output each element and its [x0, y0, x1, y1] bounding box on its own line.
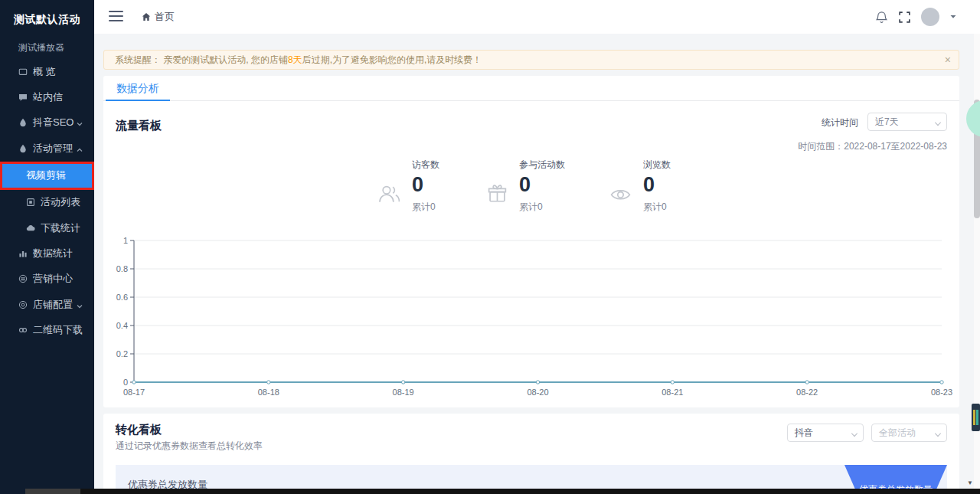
sidebar-item-label: 二维码下载	[33, 323, 83, 337]
svg-text:0.8: 0.8	[116, 264, 128, 273]
user-menu-caret-icon[interactable]	[949, 13, 957, 21]
home-icon	[142, 12, 151, 21]
stat-block: 浏览数0累计0	[609, 159, 671, 214]
sidebar-item-douyin-seo[interactable]: 抖音SEO	[0, 110, 94, 136]
fullscreen-icon[interactable]	[898, 11, 911, 24]
chevron-up-icon	[76, 145, 83, 152]
hamburger-menu-icon[interactable]	[109, 11, 123, 22]
chevron-down-icon	[935, 119, 941, 126]
activity-select[interactable]: 全部活动	[871, 424, 947, 442]
sidebar-title: 测试默认活动	[0, 13, 94, 27]
sidebar-item-overview[interactable]: 概 览	[0, 59, 94, 84]
sidebar-item-activity-list[interactable]: 活动列表	[0, 190, 94, 215]
sidebar-item-label: 概 览	[33, 65, 56, 79]
stat-label: 访客数	[412, 159, 439, 172]
svg-text:1: 1	[123, 236, 128, 245]
message-icon	[18, 93, 28, 102]
traffic-card: 数据分析 流量看板 统计时间 近7天 时间范围：2022-08-17至2022-…	[103, 76, 959, 407]
stat-total: 累计0	[412, 201, 439, 214]
svg-text:0: 0	[123, 378, 128, 387]
alert-close-icon[interactable]: ×	[945, 51, 951, 69]
traffic-stats: 访客数0累计0参与活动数0累计0浏览数0累计0	[103, 159, 959, 223]
stat-label: 浏览数	[643, 159, 671, 172]
stat-value: 0	[519, 173, 565, 196]
svg-text:08-17: 08-17	[123, 388, 145, 397]
sidebar-item-label: 活动列表	[41, 195, 80, 209]
stat-total: 累计0	[519, 201, 565, 214]
ink-drop-icon	[18, 144, 28, 153]
time-range-text: 时间范围：2022-08-17至2022-08-23	[798, 140, 947, 153]
chevron-down-icon	[935, 430, 941, 437]
activity-select-value: 全部活动	[879, 427, 916, 438]
conversion-card: 转化看板 通过记录优惠券数据查看总转化效率 抖音 全部活动 优惠券总发放数量 优…	[103, 414, 959, 494]
visitors-icon	[377, 182, 401, 204]
floating-help-widget[interactable]	[966, 100, 980, 137]
bell-icon[interactable]	[875, 11, 888, 24]
system-alert: 系统提醒： 亲爱的测试默认活动, 您的店铺8天后过期,为了避免影响您的使用,请及…	[103, 50, 959, 70]
alert-highlight: 8天	[288, 54, 302, 65]
stat-value: 0	[643, 173, 671, 196]
droplet-icon	[18, 118, 28, 127]
stat-time-select[interactable]: 近7天	[867, 113, 947, 131]
sidebar: 测试默认活动 测试播放器 概 览站内信抖音SEO活动管理视频剪辑活动列表下载统计…	[0, 0, 94, 494]
list-icon	[26, 198, 35, 207]
platform-select-value: 抖音	[795, 427, 813, 438]
conversion-board-subtitle: 通过记录优惠券数据查看总转化效率	[116, 440, 263, 453]
svg-text:08-20: 08-20	[527, 388, 548, 397]
scroll-down-caret-icon[interactable]: ▼	[967, 479, 973, 486]
sidebar-item-shop-config[interactable]: 店铺配置	[0, 292, 94, 317]
stat-total: 累计0	[643, 201, 671, 214]
sidebar-item-download-stats[interactable]: 下载统计	[0, 215, 94, 240]
sidebar-item-qrcode-download[interactable]: 二维码下载	[0, 318, 94, 343]
link-icon	[18, 326, 28, 335]
svg-text:08-23: 08-23	[931, 388, 952, 397]
floating-mini-widget[interactable]	[972, 404, 980, 431]
chevron-down-icon	[851, 430, 858, 437]
platform-select[interactable]: 抖音	[787, 424, 864, 442]
gift-icon	[486, 182, 508, 204]
stat-value: 0	[412, 173, 439, 196]
tab-row: 数据分析	[103, 76, 959, 101]
svg-text:08-19: 08-19	[393, 388, 414, 397]
conversion-board-title: 转化看板	[116, 423, 162, 437]
sidebar-item-marketing-center[interactable]: 营销中心	[0, 267, 94, 292]
traffic-line-chart: 00.20.40.60.8108-1708-1808-1908-2008-210…	[103, 233, 959, 406]
sidebar-item-label: 下载统计	[41, 221, 80, 235]
overview-icon	[18, 67, 28, 77]
sidebar-item-label: 营销中心	[33, 272, 73, 286]
stat-time-label: 统计时间	[822, 116, 858, 129]
svg-text:0.6: 0.6	[116, 293, 128, 302]
user-avatar[interactable]	[921, 8, 939, 26]
eye-icon	[609, 182, 632, 204]
stat-time-select-value: 近7天	[875, 116, 899, 127]
sidebar-item-site-messages[interactable]: 站内信	[0, 84, 94, 110]
svg-text:08-18: 08-18	[258, 388, 279, 397]
sidebar-item-video-clip[interactable]: 视频剪辑	[0, 162, 94, 190]
settings-icon	[18, 300, 28, 309]
traffic-board-title: 流量看板	[116, 119, 162, 133]
sidebar-item-label: 店铺配置	[33, 298, 73, 312]
sidebar-item-activity-management[interactable]: 活动管理	[0, 136, 94, 161]
sidebar-item-data-statistics[interactable]: 数据统计	[0, 240, 94, 266]
svg-text:0.4: 0.4	[116, 321, 128, 330]
cloud-download-icon	[26, 224, 35, 233]
svg-text:0.2: 0.2	[116, 349, 128, 358]
marketing-icon	[18, 274, 28, 283]
sidebar-menu: 概 览站内信抖音SEO活动管理视频剪辑活动列表下载统计数据统计营销中心店铺配置二…	[0, 59, 94, 343]
alert-text-after: 后过期,为了避免影响您的使用,请及时续费！	[302, 54, 482, 65]
sidebar-item-label: 数据统计	[33, 247, 73, 260]
breadcrumb[interactable]: 首页	[142, 10, 175, 24]
sidebar-item-label: 视频剪辑	[26, 168, 66, 182]
sidebar-item-label: 抖音SEO	[33, 116, 74, 129]
bottom-taskbar-strip	[25, 489, 980, 494]
svg-text:08-21: 08-21	[662, 388, 683, 397]
alert-text-before: 亲爱的测试默认活动, 您的店铺	[161, 54, 288, 65]
stat-block: 访客数0累计0	[377, 159, 439, 214]
chevron-down-icon	[76, 301, 83, 309]
screen: 测试默认活动 测试播放器 概 览站内信抖音SEO活动管理视频剪辑活动列表下载统计…	[0, 0, 980, 494]
chevron-down-icon	[76, 119, 83, 126]
alert-prefix: 系统提醒：	[115, 54, 161, 65]
tab-data-analysis[interactable]: 数据分析	[106, 76, 170, 101]
stat-label: 参与活动数	[519, 159, 565, 172]
bar-chart-icon	[18, 249, 28, 258]
